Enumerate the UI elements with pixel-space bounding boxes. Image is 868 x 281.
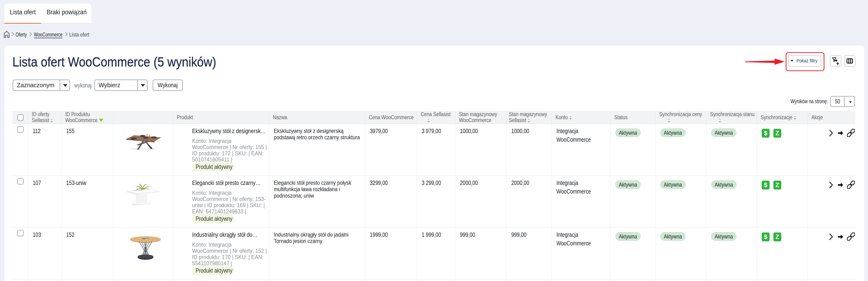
svg-text:Z: Z — [775, 233, 779, 240]
svg-text:Z: Z — [775, 129, 779, 137]
svg-text:$: $ — [764, 233, 767, 240]
svg-text:$: $ — [764, 129, 767, 137]
svg-text:Z: Z — [775, 181, 779, 189]
svg-text:$: $ — [764, 181, 767, 189]
